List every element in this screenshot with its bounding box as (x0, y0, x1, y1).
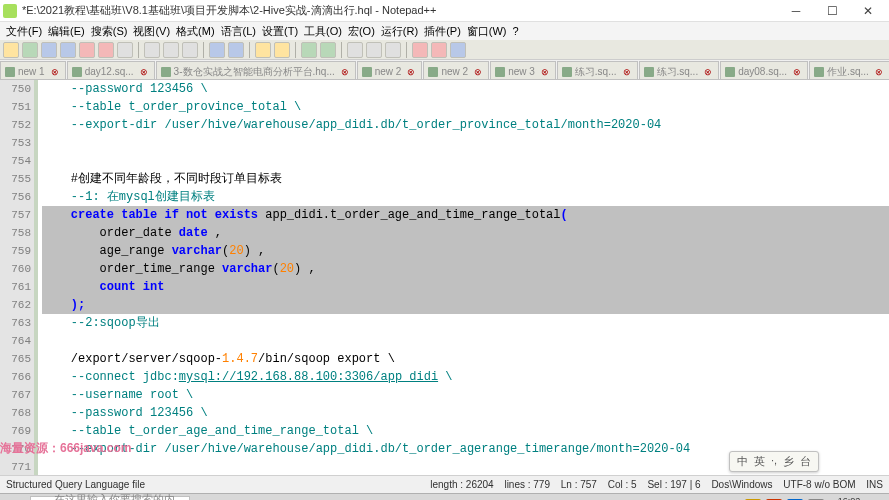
ime-option[interactable]: 乡 (783, 454, 794, 469)
app-icon-1[interactable]: ✎ (394, 495, 418, 500)
tab-close-icon[interactable]: ⊗ (541, 67, 549, 77)
menu-item[interactable]: 视图(V) (130, 24, 173, 39)
editor-tab[interactable]: new 2⊗ (357, 61, 423, 79)
menu-item[interactable]: 运行(R) (378, 24, 421, 39)
editor-tab[interactable]: 练习.sq...⊗ (639, 61, 720, 79)
code-line[interactable]: --table t_order_age_and_time_range_total… (42, 422, 889, 440)
code-line[interactable]: --password 123456 \ (42, 404, 889, 422)
menu-item[interactable]: 设置(T) (259, 24, 301, 39)
taskbar-search[interactable]: 🔍 在这里输入你要搜索的内容 (30, 496, 190, 500)
run-button[interactable] (450, 42, 466, 58)
menu-item[interactable]: 语言(L) (218, 24, 259, 39)
menu-item[interactable]: 工具(O) (301, 24, 345, 39)
start-button[interactable]: ⊞ (0, 494, 30, 501)
tab-close-icon[interactable]: ⊗ (623, 67, 631, 77)
code-line[interactable]: order_date date , (42, 224, 889, 242)
tab-close-icon[interactable]: ⊗ (793, 67, 801, 77)
code-line[interactable]: --2:sqoop导出 (42, 314, 889, 332)
code-line[interactable]: count int (42, 278, 889, 296)
task-view-icon[interactable]: ◻ (192, 495, 216, 500)
tab-close-icon[interactable]: ⊗ (51, 67, 59, 77)
wps-icon[interactable]: W (590, 495, 614, 500)
find-button[interactable] (255, 42, 271, 58)
replace-button[interactable] (274, 42, 290, 58)
indent-guide-button[interactable] (385, 42, 401, 58)
code-line[interactable]: --username root \ (42, 386, 889, 404)
browser-icon[interactable]: 🌐 (562, 495, 586, 500)
cortana-icon[interactable]: ○ (310, 495, 334, 500)
tab-close-icon[interactable]: ⊗ (704, 67, 712, 77)
code-line[interactable] (42, 152, 889, 170)
editor-tab[interactable]: 3-数仓实战之智能电商分析平台.hq...⊗ (156, 61, 356, 79)
app-icon-2[interactable]: ⟳ (422, 495, 446, 500)
menu-item[interactable]: ? (510, 25, 522, 37)
app-icon-3[interactable]: ▦ (506, 495, 530, 500)
editor-tab[interactable]: new 3⊗ (490, 61, 556, 79)
editor-tab[interactable]: 作业.sq...⊗ (809, 61, 889, 79)
menu-item[interactable]: 编辑(E) (45, 24, 88, 39)
editor-tab[interactable]: day12.sq...⊗ (67, 61, 155, 79)
undo-button[interactable] (209, 42, 225, 58)
tab-close-icon[interactable]: ⊗ (875, 67, 883, 77)
app-icon-4[interactable]: ⊡ (534, 495, 558, 500)
editor-tab[interactable]: 练习.sq...⊗ (557, 61, 638, 79)
print-button[interactable] (117, 42, 133, 58)
editor-tab[interactable]: day08.sq...⊗ (720, 61, 808, 79)
save-button[interactable] (41, 42, 57, 58)
copy-button[interactable] (163, 42, 179, 58)
new-file-button[interactable] (3, 42, 19, 58)
tab-close-icon[interactable]: ⊗ (140, 67, 148, 77)
minimize-button[interactable]: ─ (778, 1, 814, 21)
menu-item[interactable]: 文件(F) (3, 24, 45, 39)
tab-close-icon[interactable]: ⊗ (407, 67, 415, 77)
code-line[interactable]: order_time_range varchar(20) , (42, 260, 889, 278)
code-line[interactable]: --password 123456 \ (42, 80, 889, 98)
paste-button[interactable] (182, 42, 198, 58)
code-line[interactable]: --export-dir /user/hive/warehouse/app_di… (42, 116, 889, 134)
code-line[interactable]: /export/server/sqoop-1.4.7/bin/sqoop exp… (42, 350, 889, 368)
tab-close-icon[interactable]: ⊗ (341, 67, 349, 77)
taskview-icon[interactable]: ▭ (338, 495, 362, 500)
code-line[interactable]: --table t_order_province_total \ (42, 98, 889, 116)
code-line[interactable]: ); (42, 296, 889, 314)
record-macro-button[interactable] (412, 42, 428, 58)
explorer-icon[interactable]: 📁 (366, 495, 390, 500)
menu-item[interactable]: 插件(P) (421, 24, 464, 39)
close-button[interactable]: ✕ (850, 1, 886, 21)
ime-option[interactable]: 英 (754, 454, 765, 469)
tab-close-icon[interactable]: ⊗ (474, 67, 482, 77)
zoom-out-button[interactable] (320, 42, 336, 58)
code-line[interactable]: #创建不同年龄段，不同时段订单目标表 (42, 170, 889, 188)
menu-item[interactable]: 宏(O) (345, 24, 378, 39)
code-area[interactable]: --password 123456 \ --table t_order_prov… (38, 80, 889, 475)
notepadpp-icon[interactable]: 🗎 (450, 495, 474, 500)
wordwrap-button[interactable] (347, 42, 363, 58)
vmware-icon[interactable]: ▣ (478, 495, 502, 500)
menu-item[interactable]: 窗口(W) (464, 24, 510, 39)
code-line[interactable]: --connect jdbc:mysql://192.168.88.100:33… (42, 368, 889, 386)
close-file-button[interactable] (79, 42, 95, 58)
ime-option[interactable]: 中 (737, 454, 748, 469)
zoom-in-button[interactable] (301, 42, 317, 58)
menu-item[interactable]: 搜索(S) (88, 24, 131, 39)
system-tray[interactable]: ^ 16:022021/6/18 💬 (735, 496, 889, 500)
maximize-button[interactable]: ☐ (814, 1, 850, 21)
close-all-button[interactable] (98, 42, 114, 58)
taskbar-clock[interactable]: 16:022021/6/18 (829, 496, 869, 500)
ime-option[interactable]: ·, (771, 454, 777, 469)
redo-button[interactable] (228, 42, 244, 58)
menu-item[interactable]: 格式(M) (173, 24, 218, 39)
play-macro-button[interactable] (431, 42, 447, 58)
show-symbols-button[interactable] (366, 42, 382, 58)
editor-tab[interactable]: new 1⊗ (0, 61, 66, 79)
code-editor[interactable]: 7507517527537547557567577587597607617627… (0, 80, 889, 475)
ime-option[interactable]: 台 (800, 454, 811, 469)
ime-toolbar[interactable]: 中英·,乡台 (729, 451, 819, 472)
cut-button[interactable] (144, 42, 160, 58)
editor-tab[interactable]: new 2⊗ (423, 61, 489, 79)
open-file-button[interactable] (22, 42, 38, 58)
code-line[interactable]: age_range varchar(20) , (42, 242, 889, 260)
save-all-button[interactable] (60, 42, 76, 58)
code-line[interactable] (42, 332, 889, 350)
code-line[interactable]: create table if not exists app_didi.t_or… (42, 206, 889, 224)
